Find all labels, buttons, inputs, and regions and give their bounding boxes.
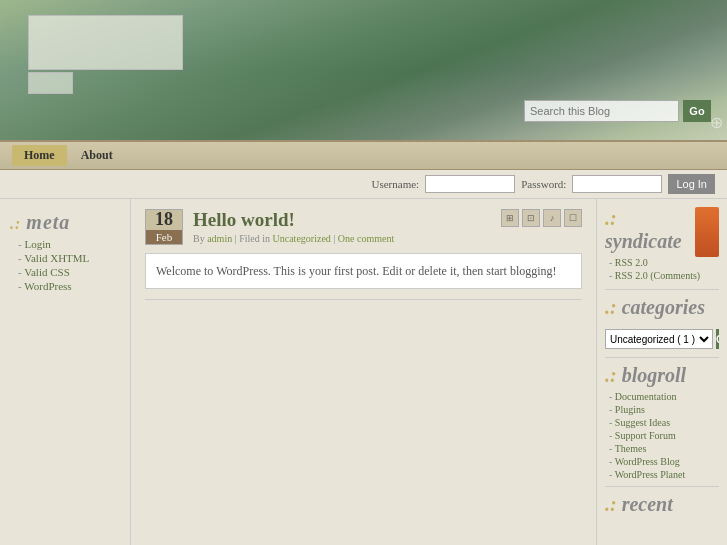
blogroll-link-themes[interactable]: Themes [609,443,719,454]
login-bar: Username: Password: Log In [0,170,727,199]
post-category-link[interactable]: Uncategorized [273,233,331,244]
post-author-link[interactable]: admin [207,233,232,244]
post-title-area: Hello world! By admin | Filed in Uncateg… [193,209,491,244]
password-label: Password: [521,178,566,190]
blogroll-link-plugins[interactable]: Plugins [609,404,719,415]
categories-overflow: Uncategorized ( 1 ) Go [605,323,719,351]
categories-go-button[interactable]: Go [716,329,719,349]
header-small-box [28,72,73,94]
rsb-divider-1 [605,289,719,290]
left-sidebar: .: meta Login Valid XHTML Valid CSS Word… [0,199,130,545]
rss-comments-link[interactable]: RSS 2.0 (Comments) [609,270,719,281]
rsb-divider-3 [605,486,719,487]
rss-link[interactable]: RSS 2.0 [609,257,719,268]
login-button[interactable]: Log In [668,174,715,194]
search-button[interactable]: Go [683,100,711,122]
meta-section-title: .: meta [10,211,120,234]
post-icon-bookmark[interactable]: ⊞ [501,209,519,227]
post-date-box: 18 Feb [145,209,183,245]
nav-item-about[interactable]: About [69,145,125,166]
right-sidebar: .: syndicate RSS 2.0 RSS 2.0 (Comments) … [597,199,727,545]
rsb-divider-2 [605,357,719,358]
blogroll-link-documentation[interactable]: Documentation [609,391,719,402]
post-icon-share[interactable]: ⊡ [522,209,540,227]
compass-icon: ⊕ [710,113,723,132]
search-area: Go [524,100,711,122]
post-comment-link[interactable]: One comment [338,233,394,244]
blogroll-link-wordpress-blog[interactable]: WordPress Blog [609,456,719,467]
post-divider [145,299,582,300]
blogroll-link-support-forum[interactable]: Support Forum [609,430,719,441]
post-meta: By admin | Filed in Uncategorized | One … [193,233,491,244]
nav-item-home[interactable]: Home [12,145,67,166]
rss-icon [695,207,719,257]
post-date-day: 18 [146,210,182,230]
username-input[interactable] [425,175,515,193]
categories-bullet: .: [605,296,622,318]
recent-title: .: recent [605,493,719,516]
content-area: 18 Feb Hello world! By admin | Filed in … [130,199,597,545]
recent-section: .: recent [605,493,719,516]
sidebar-link-valid-css[interactable]: Valid CSS [18,266,120,278]
categories-section: .: categories Uncategorized ( 1 ) Go [605,296,719,351]
post-date-month: Feb [146,230,182,244]
categories-title: .: categories [605,296,719,319]
username-label: Username: [372,178,420,190]
syndicate-section: .: syndicate RSS 2.0 RSS 2.0 (Comments) [605,207,719,283]
sidebar-link-login[interactable]: Login [18,238,120,250]
search-input[interactable] [524,100,679,122]
password-input[interactable] [572,175,662,193]
post-body: Welcome to WordPress. This is your first… [145,253,582,289]
post-header: 18 Feb Hello world! By admin | Filed in … [145,209,582,245]
post-icon-audio[interactable]: ♪ [543,209,561,227]
main-wrapper: .: meta Login Valid XHTML Valid CSS Word… [0,199,727,545]
post-icons: ⊞ ⊡ ♪ ☐ [501,209,582,227]
post-title: Hello world! [193,209,491,231]
header: Go ⊕ [0,0,727,140]
blogroll-link-suggest-ideas[interactable]: Suggest Ideas [609,417,719,428]
blogroll-bullet: .: [605,364,622,386]
post-icon-print[interactable]: ☐ [564,209,582,227]
blogroll-title: .: blogroll [605,364,719,387]
syndicate-bullet: .: [605,207,617,229]
nav-bar: Home About [0,140,727,170]
categories-select[interactable]: Uncategorized ( 1 ) [605,329,713,349]
sidebar-link-valid-xhtml[interactable]: Valid XHTML [18,252,120,264]
blogroll-section: .: blogroll Documentation Plugins Sugges… [605,364,719,480]
recent-bullet: .: [605,493,622,515]
sidebar-link-wordpress[interactable]: WordPress [18,280,120,292]
meta-bullet: .: [10,215,26,232]
header-logo-box [28,15,183,70]
blogroll-link-wordpress-planet[interactable]: WordPress Planet [609,469,719,480]
categories-dropdown-row: Uncategorized ( 1 ) Go [605,329,719,349]
